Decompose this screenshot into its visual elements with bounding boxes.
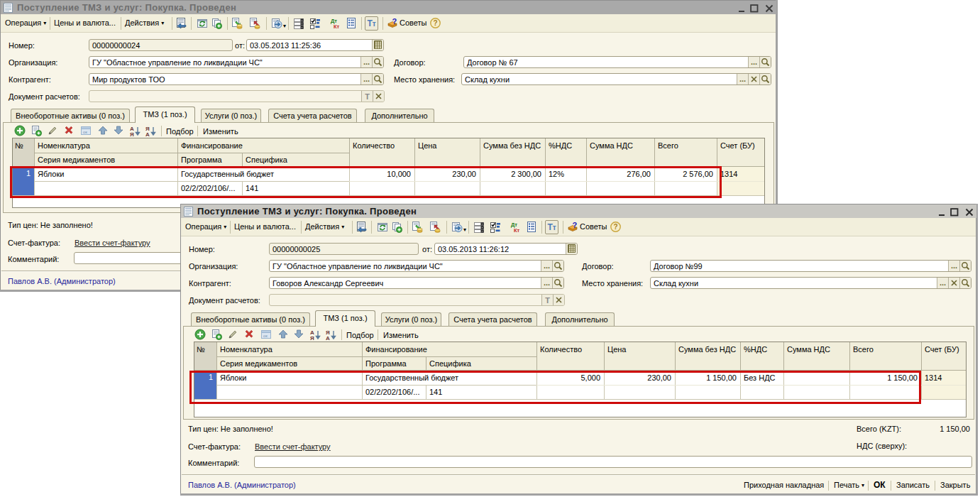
svg-text:?: ? [573,222,578,229]
svg-text:Кт: Кт [334,23,340,29]
svg-text:Кт: Кт [514,227,520,233]
svg-text:?: ? [434,19,438,27]
svg-text:А: А [145,131,150,137]
svg-text:ок: ок [263,334,268,338]
svg-text:Я: Я [310,335,314,341]
svg-text:Я: Я [130,131,134,137]
svg-text:ок: ок [83,130,87,134]
svg-text:?: ? [614,223,618,231]
svg-text:А: А [326,335,330,341]
svg-text:?: ? [392,18,397,26]
